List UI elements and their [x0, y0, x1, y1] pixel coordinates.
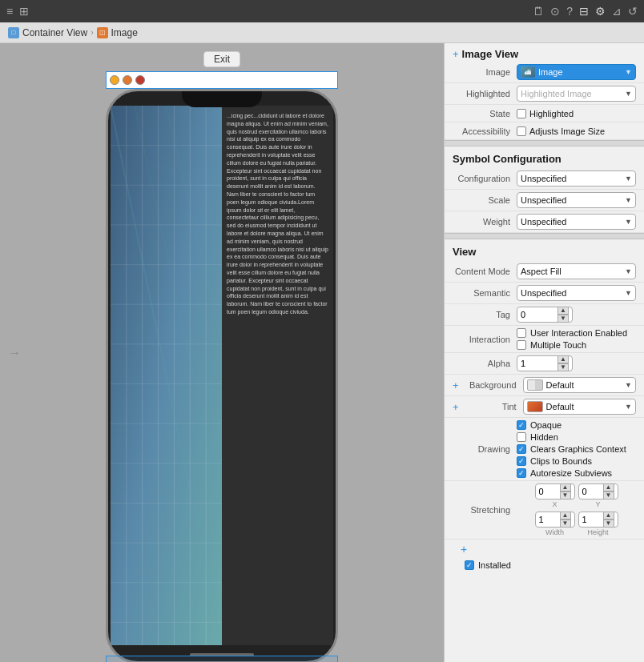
weight-dropdown-arrow: ▼	[625, 218, 632, 226]
grid-icon[interactable]: ⊞	[19, 5, 29, 18]
content-mode-dropdown[interactable]: Aspect Fill ▼	[517, 263, 636, 279]
state-highlighted-label: Highlighted	[529, 109, 574, 118]
breadcrumb-container-view[interactable]: Container View	[22, 27, 87, 38]
opaque-checkbox[interactable]	[517, 420, 526, 430]
background-row: + Background Default ▼	[445, 375, 644, 396]
phone-frame: ...icing pec...cididunt ut labore et dol…	[106, 89, 338, 662]
alpha-row: Alpha 1 ▲ ▼	[445, 353, 644, 375]
tint-dropdown-arrow: ▼	[625, 403, 632, 411]
add-tint-btn[interactable]: +	[453, 401, 464, 413]
exit-button[interactable]: Exit	[203, 51, 240, 67]
highlighted-dropdown[interactable]: Highlighted Image ▼	[517, 86, 636, 102]
stretch-y-decrement[interactable]: ▼	[603, 491, 614, 500]
installed-checkbox[interactable]	[465, 560, 474, 570]
tint-row: + Tint Default ▼	[445, 396, 644, 418]
stretch-y-increment[interactable]: ▲	[603, 483, 614, 491]
view-title: View	[445, 239, 644, 261]
clips-bounds-checkbox[interactable]	[517, 456, 526, 466]
right-panel: + Image View Image 🏙 Image ▼ Highlighted	[444, 43, 644, 662]
tag-increment[interactable]: ▲	[557, 307, 569, 315]
configuration-dropdown-arrow: ▼	[625, 175, 632, 183]
attributes-icon[interactable]: ⚙	[595, 5, 606, 18]
image-view-title: Image View	[462, 48, 519, 60]
stretch-x-increment[interactable]: ▲	[560, 483, 571, 491]
multiple-touch-label: Multiple Touch	[530, 340, 586, 350]
image-label: Image	[453, 67, 517, 77]
state-value: Highlighted	[517, 109, 636, 118]
tag-value: 0 ▲ ▼	[517, 307, 636, 323]
add-background-btn[interactable]: +	[453, 379, 464, 391]
add-extra-btn[interactable]: +	[453, 543, 475, 556]
handle-yellow	[110, 75, 119, 85]
tag-row: Tag 0 ▲ ▼	[445, 304, 644, 326]
stretch-y-field-wrapper: 0 ▲ ▼ Y	[578, 483, 618, 508]
phone-screen: ...icing pec...cididunt ut labore et dol…	[111, 106, 333, 645]
accessibility-row: Accessibility Adjusts Image Size	[445, 122, 644, 140]
stretch-w-increment[interactable]: ▲	[560, 512, 571, 520]
semantic-dropdown[interactable]: Unspecified ▼	[517, 285, 636, 301]
stretch-h-decrement[interactable]: ▼	[603, 520, 614, 528]
autoresize-checkbox[interactable]	[517, 468, 526, 478]
alpha-decrement[interactable]: ▼	[557, 363, 569, 371]
file-icon[interactable]: 🗒	[533, 5, 544, 18]
weight-dropdown[interactable]: Unspecified ▼	[517, 214, 636, 230]
ruler-icon[interactable]: ⊿	[612, 5, 622, 18]
interaction-value: User Interaction Enabled Multiple Touch	[517, 328, 636, 350]
stretch-x-field[interactable]: 0 ▲ ▼	[535, 483, 575, 500]
clears-graphics-checkbox[interactable]	[517, 444, 526, 454]
autoresize-label: Autoresize Subviews	[530, 468, 612, 478]
scale-row: Scale Unspecified ▼	[445, 190, 644, 211]
stretch-h-field[interactable]: 1 ▲ ▼	[578, 512, 618, 528]
image-dropdown[interactable]: 🏙 Image ▼	[517, 64, 636, 80]
image-icon: 🏙	[521, 66, 535, 78]
stretch-w-field[interactable]: 1 ▲ ▼	[535, 512, 575, 528]
alpha-field[interactable]: 1 ▲ ▼	[517, 355, 573, 371]
state-highlighted-checkbox[interactable]	[517, 109, 526, 118]
tint-dropdown[interactable]: Default ▼	[523, 399, 636, 415]
stretch-x-decrement[interactable]: ▼	[560, 491, 571, 500]
hidden-checkbox[interactable]	[517, 432, 526, 442]
opaque-label: Opaque	[530, 420, 561, 430]
background-dropdown[interactable]: Default ▼	[523, 377, 636, 393]
alpha-label: Alpha	[453, 359, 517, 368]
breadcrumb-image[interactable]: Image	[111, 27, 138, 38]
alpha-increment[interactable]: ▲	[557, 355, 569, 363]
stretch-w-stepper: ▲ ▼	[560, 512, 571, 528]
stretch-y-field[interactable]: 0 ▲ ▼	[578, 483, 618, 500]
state-row: State Highlighted	[445, 105, 644, 122]
height-sub-label: Height	[587, 528, 608, 536]
accessibility-checkbox[interactable]	[517, 126, 526, 136]
scale-label: Scale	[453, 195, 517, 205]
add-row: +	[445, 540, 644, 557]
scale-dropdown[interactable]: Unspecified ▼	[517, 192, 636, 208]
stretch-h-increment[interactable]: ▲	[603, 512, 614, 520]
user-interaction-checkbox[interactable]	[517, 328, 526, 338]
add-image-btn[interactable]: +	[453, 48, 459, 60]
stretch-h-stepper: ▲ ▼	[603, 512, 614, 528]
stretch-w-decrement[interactable]: ▼	[560, 520, 571, 528]
undo-icon[interactable]: ↺	[628, 5, 638, 18]
content-mode-value: Aspect Fill ▼	[517, 263, 636, 279]
symbol-config-title: Symbol Configuration	[445, 146, 644, 168]
tag-stepper: ▲ ▼	[557, 307, 569, 323]
installed-row: Installed	[445, 557, 644, 573]
multiple-touch-checkbox[interactable]	[517, 340, 526, 350]
tint-color-preview	[527, 401, 543, 412]
tag-decrement[interactable]: ▼	[557, 315, 569, 323]
help-icon[interactable]: ?	[566, 5, 573, 18]
tag-label: Tag	[453, 310, 517, 319]
image-dropdown-arrow: ▼	[625, 68, 632, 76]
accessibility-value: Adjusts Image Size	[517, 126, 636, 136]
user-interaction-label: User Interaction Enabled	[530, 328, 627, 338]
inspector-icon[interactable]: ⊟	[579, 5, 589, 18]
hamburger-icon[interactable]: ≡	[6, 5, 13, 18]
background-dropdown-arrow: ▼	[625, 381, 632, 389]
alpha-value: 1 ▲ ▼	[517, 355, 636, 371]
configuration-row: Configuration Unspecified ▼	[445, 168, 644, 190]
configuration-dropdown[interactable]: Unspecified ▼	[517, 171, 636, 187]
background-color-preview	[527, 379, 543, 391]
tag-field[interactable]: 0 ▲ ▼	[517, 307, 573, 323]
stretching-value: 0 ▲ ▼ X 0	[517, 483, 636, 536]
clock-icon[interactable]: ⊙	[550, 5, 560, 18]
drawing-label: Drawing	[453, 444, 517, 454]
